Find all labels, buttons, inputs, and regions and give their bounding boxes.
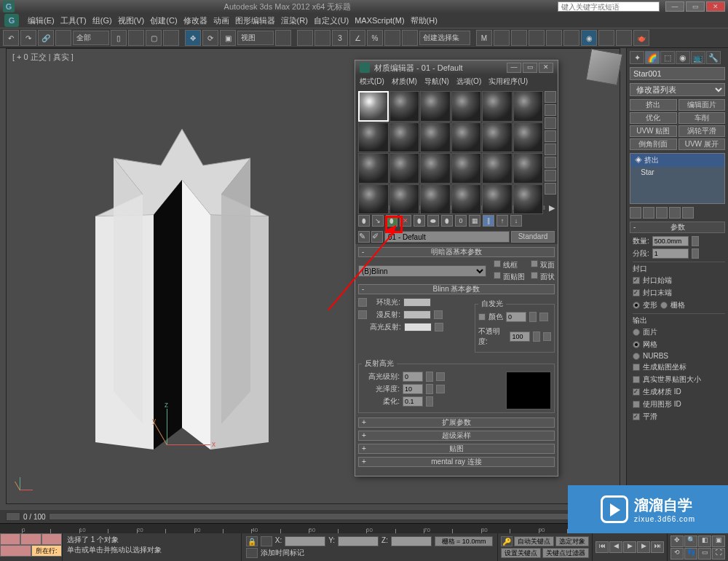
material-slot[interactable] [358, 122, 389, 153]
selection-set-dropdown[interactable]: 创建选择集 [419, 31, 470, 45]
x-coord-input[interactable] [285, 536, 325, 546]
material-slot[interactable] [389, 184, 420, 215]
material-slot[interactable] [358, 91, 389, 122]
select-scale-button[interactable]: ▣ [220, 30, 236, 46]
status-tab-active[interactable]: 所在行: [31, 545, 63, 557]
gen-matid-checkbox[interactable] [633, 388, 640, 396]
render-frame-button[interactable] [616, 30, 632, 46]
glossiness-map-button[interactable] [436, 385, 445, 393]
maximize-button[interactable]: ▭ [686, 1, 705, 12]
material-slot[interactable] [451, 91, 482, 122]
go-to-parent-button[interactable]: ↑ [496, 215, 508, 227]
zoom-button[interactable]: 🔍 [684, 536, 697, 547]
modifier-stack-item[interactable]: ◈ 挤出 [630, 154, 724, 167]
pivot-button[interactable] [275, 30, 291, 46]
output-mesh-radio[interactable] [633, 341, 640, 348]
menu-animation[interactable]: 动画 [213, 15, 229, 26]
menu-views[interactable]: 视图(V) [118, 15, 145, 26]
menu-tools[interactable]: 工具(T) [60, 15, 87, 26]
rollout-blinn-params[interactable]: Blinn 基本参数 [358, 284, 555, 294]
mod-btn-uvwunwrap[interactable]: UVW 展开 [678, 138, 726, 150]
material-slot[interactable] [482, 91, 513, 122]
mat-maximize-button[interactable]: ▭ [523, 63, 537, 73]
time-slider[interactable]: 0 / 100 [0, 510, 626, 523]
face-map-checkbox[interactable] [494, 272, 501, 279]
menu-customize[interactable]: 自定义(U) [314, 15, 349, 26]
motion-tab[interactable]: ◉ [676, 51, 690, 64]
help-search-input[interactable] [558, 1, 660, 12]
self-illum-input[interactable] [506, 312, 526, 322]
select-by-material-button[interactable] [545, 183, 556, 195]
opacity-spinner[interactable] [533, 332, 539, 342]
cap-end-checkbox[interactable] [633, 289, 640, 297]
material-editor-titlebar[interactable]: 材质编辑器 - 01 - Default — ▭ ✕ [355, 60, 558, 75]
status-tab[interactable] [0, 533, 20, 545]
remove-modifier-button[interactable] [669, 207, 681, 219]
z-coord-input[interactable] [391, 536, 432, 546]
menu-modifiers[interactable]: 修改器 [183, 15, 207, 26]
material-slot[interactable] [358, 153, 389, 184]
self-illum-spinner[interactable] [529, 312, 537, 322]
material-id-button[interactable]: 0 [455, 215, 467, 227]
faceted-checkbox[interactable] [531, 272, 538, 279]
material-slot[interactable] [389, 91, 420, 122]
select-move-button[interactable]: ✥ [185, 30, 201, 46]
next-frame-button[interactable]: ▶ [637, 541, 650, 553]
ambient-color-swatch[interactable] [403, 298, 431, 307]
sample-uv-tiling-button[interactable] [545, 130, 556, 142]
mat-close-button[interactable]: ✕ [539, 63, 553, 73]
make-copy-button[interactable]: ⬮ [414, 215, 425, 227]
smooth-checkbox[interactable] [633, 413, 640, 420]
material-slot[interactable] [389, 153, 420, 184]
material-type-button[interactable]: Standard [511, 231, 555, 243]
use-shape-id-checkbox[interactable] [633, 401, 640, 408]
mat-menu-utilities[interactable]: 实用程序(U) [488, 76, 528, 87]
select-object-button[interactable]: ▯ [111, 30, 127, 46]
snap-toggle-button[interactable]: 3 [332, 30, 348, 46]
key-filters-button[interactable]: 关键点过滤器 [542, 548, 589, 558]
set-key-mode-button[interactable]: 设置关键点 [501, 548, 541, 558]
select-rotate-button[interactable]: ⟳ [202, 30, 218, 46]
diffuse-lock-button[interactable] [358, 310, 367, 319]
make-preview-button[interactable] [545, 157, 556, 168]
rollout-extended[interactable]: 扩展参数 [358, 417, 555, 428]
material-slot[interactable] [451, 153, 482, 184]
zoom-extents-button[interactable]: ▣ [712, 536, 725, 547]
specular-map-button[interactable] [435, 323, 443, 332]
redo-button[interactable]: ↷ [20, 30, 36, 46]
fov-button[interactable]: ◧ [698, 536, 711, 547]
percent-snap-button[interactable]: % [367, 30, 383, 46]
diffuse-color-swatch[interactable] [403, 310, 431, 319]
show-map-button[interactable]: ▦ [469, 215, 480, 227]
get-material-button[interactable]: ⬮ [358, 215, 370, 227]
self-illum-color-checkbox[interactable] [478, 313, 486, 321]
shader-type-dropdown[interactable]: (B)Blinn [358, 265, 486, 277]
layer-manager-button[interactable] [511, 30, 527, 46]
pin-stack-button[interactable] [630, 207, 641, 219]
menu-rendering[interactable]: 渲染(R) [281, 15, 308, 26]
walk-through-button[interactable]: 👣 [684, 548, 697, 560]
mat-minimize-button[interactable]: — [507, 63, 521, 73]
material-slot[interactable] [420, 153, 451, 184]
mirror-button[interactable]: M [476, 30, 492, 46]
backlight-button[interactable] [545, 104, 556, 116]
modifier-stack[interactable]: ◈ 挤出 Star [630, 153, 725, 204]
put-to-library-button[interactable]: ⬮ [441, 215, 453, 227]
select-by-name-button[interactable] [128, 30, 144, 46]
material-slot[interactable] [358, 184, 389, 215]
assign-to-selection-button[interactable]: ⬮ [386, 215, 397, 227]
minimize-button[interactable]: — [665, 1, 684, 12]
object-name-field[interactable] [630, 67, 725, 80]
segments-input[interactable] [652, 248, 689, 259]
options-button[interactable] [545, 170, 556, 181]
link-button[interactable]: 🔗 [38, 30, 54, 46]
viewcube[interactable] [586, 49, 623, 86]
window-crossing-button[interactable] [163, 30, 179, 46]
spec-level-input[interactable] [403, 372, 423, 382]
ambient-lock-button[interactable] [358, 298, 367, 307]
show-end-result-button[interactable] [643, 207, 654, 219]
make-unique-button[interactable]: ⬬ [427, 215, 439, 227]
menu-edit[interactable]: 编辑(E) [28, 15, 55, 26]
pick-material-button[interactable]: ✎ [358, 231, 370, 243]
display-tab[interactable]: 📺 [691, 51, 705, 64]
